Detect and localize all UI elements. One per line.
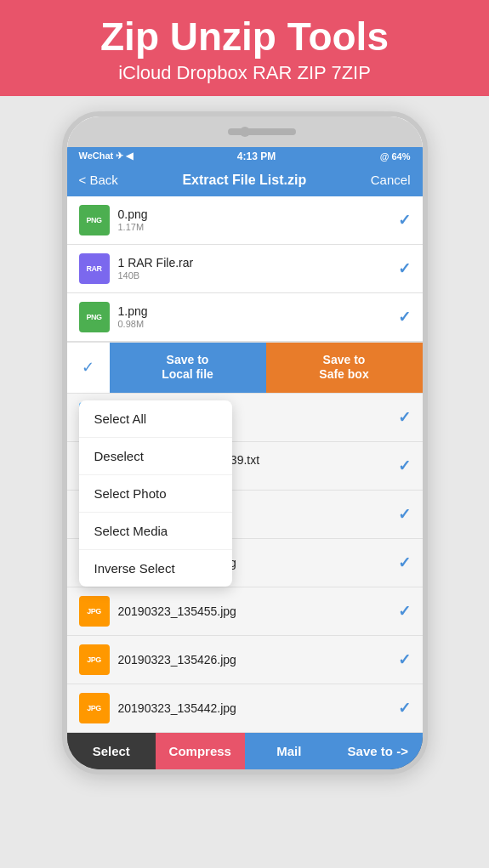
file-check-icon	[398, 457, 411, 475]
file-check-icon	[398, 308, 411, 326]
file-item[interactable]: JPG 20190323_135426.jpg	[67, 636, 423, 684]
file-item[interactable]: JPG 20190323_135442.jpg	[67, 684, 423, 733]
nav-title: Extract File List.zip	[182, 173, 306, 188]
action-check-icon	[67, 348, 110, 387]
file-check-icon	[398, 211, 411, 230]
file-list-top: PNG 0.png 1.17M RAR 1 RAR File.rar 140B …	[67, 196, 423, 342]
file-size: 0.98M	[118, 319, 398, 329]
file-check-icon	[398, 259, 411, 278]
context-menu-item-select-photo[interactable]: Select Photo	[79, 475, 232, 513]
file-check-icon	[398, 408, 411, 427]
file-info: 20190323_135455.jpg	[118, 604, 398, 618]
file-size: 140B	[118, 270, 398, 281]
file-check-icon	[398, 699, 411, 718]
file-check-icon	[398, 505, 411, 524]
file-icon-rar: RAR	[79, 253, 110, 284]
nav-cancel-button[interactable]: Cancel	[371, 173, 411, 187]
action-bar: Save toLocal file Save toSafe box	[67, 342, 423, 394]
context-menu-item-inverse-select[interactable]: Inverse Select	[79, 550, 232, 587]
file-name: 1.png	[118, 304, 398, 318]
status-battery: @ 64%	[380, 151, 411, 162]
file-icon-jpg: JPG	[79, 644, 110, 675]
file-name: 0.png	[118, 207, 398, 221]
status-left: WeChat ✈ ◀	[79, 150, 134, 162]
nav-back-button[interactable]: < Back	[79, 173, 118, 187]
context-menu-item-select-media[interactable]: Select Media	[79, 513, 232, 550]
file-info: 20190323_135426.jpg	[118, 653, 398, 667]
file-item[interactable]: PNG 1.png 0.98M	[67, 293, 423, 342]
status-time: 4:13 PM	[237, 150, 276, 162]
file-item[interactable]: RAR 1 RAR File.rar 140B	[67, 245, 423, 293]
file-info: 1.png 0.98M	[118, 304, 398, 329]
status-apps: WeChat ✈ ◀	[79, 150, 134, 162]
file-name: 1 RAR File.rar	[118, 256, 398, 269]
file-icon-png: PNG	[79, 302, 110, 332]
file-list-lower: TXT 1101.txt 1.6K TXT 1120_2017112016143…	[67, 394, 423, 733]
context-menu: Select All Deselect Select Photo Select …	[79, 400, 232, 587]
file-icon-jpg: JPG	[79, 693, 110, 723]
file-size: 1.17M	[118, 222, 398, 232]
file-icon-jpg: JPG	[79, 596, 110, 627]
context-menu-item-deselect[interactable]: Deselect	[79, 438, 232, 475]
mail-button[interactable]: Mail	[245, 733, 334, 769]
nav-bar: < Back Extract File List.zip Cancel	[67, 166, 423, 196]
saveto-button[interactable]: Save to ->	[333, 733, 423, 769]
app-banner: Zip Unzip Tools iCloud Dropbox RAR ZIP 7…	[0, 0, 489, 96]
file-info: 1 RAR File.rar 140B	[118, 256, 398, 281]
file-check-icon	[398, 553, 411, 572]
phone-top-bar	[67, 116, 423, 147]
file-info: 20190323_135442.jpg	[118, 701, 398, 715]
file-name: 20190323_135426.jpg	[118, 653, 398, 667]
file-check-icon	[398, 650, 411, 669]
status-bar: WeChat ✈ ◀ 4:13 PM @ 64%	[67, 147, 423, 166]
file-info: 0.png 1.17M	[118, 207, 398, 232]
compress-button[interactable]: Compress	[156, 733, 245, 769]
save-safe-button[interactable]: Save toSafe box	[266, 343, 423, 393]
file-icon-png: PNG	[79, 205, 110, 235]
banner-subtitle: iCloud Dropbox RAR ZIP 7ZIP	[9, 62, 480, 84]
file-item[interactable]: PNG 0.png 1.17M	[67, 196, 423, 245]
select-button[interactable]: Select	[67, 733, 156, 769]
phone-speaker	[228, 128, 296, 135]
save-local-button[interactable]: Save toLocal file	[110, 343, 266, 393]
status-right: @ 64%	[380, 151, 411, 162]
context-menu-item-select-all[interactable]: Select All	[79, 400, 232, 438]
phone-frame: WeChat ✈ ◀ 4:13 PM @ 64% < Back Extract …	[62, 111, 428, 774]
file-check-icon	[398, 602, 411, 621]
bottom-toolbar: Select Compress Mail Save to ->	[67, 733, 423, 769]
file-name: 20190323_135442.jpg	[118, 701, 398, 715]
banner-title: Zip Unzip Tools	[9, 15, 480, 59]
file-name: 20190323_135455.jpg	[118, 604, 398, 618]
file-item[interactable]: JPG 20190323_135455.jpg	[67, 587, 423, 636]
